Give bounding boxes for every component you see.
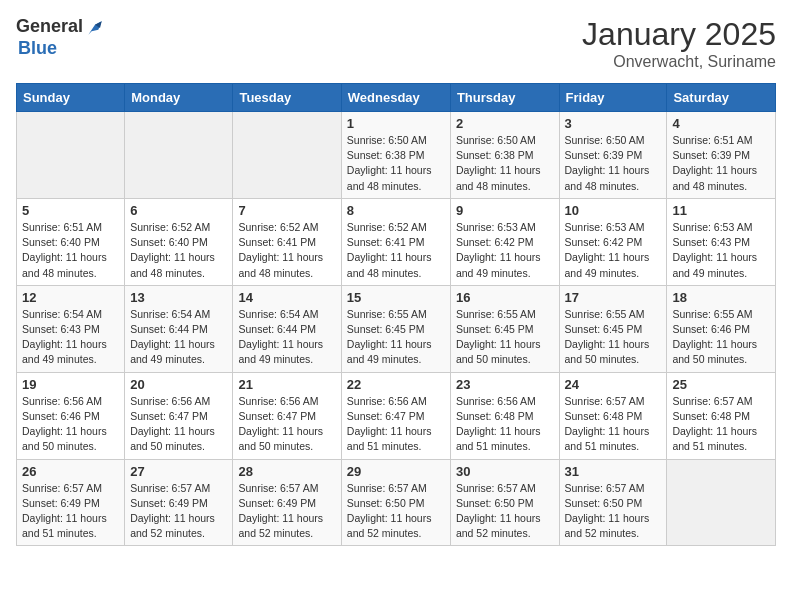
week-row-1: 1Sunrise: 6:50 AMSunset: 6:38 PMDaylight… (17, 112, 776, 199)
day-number: 26 (22, 464, 119, 479)
week-row-3: 12Sunrise: 6:54 AMSunset: 6:43 PMDayligh… (17, 285, 776, 372)
calendar-cell: 17Sunrise: 6:55 AMSunset: 6:45 PMDayligh… (559, 285, 667, 372)
day-info: Sunrise: 6:57 AMSunset: 6:49 PMDaylight:… (130, 481, 227, 542)
day-number: 12 (22, 290, 119, 305)
day-number: 8 (347, 203, 445, 218)
day-info: Sunrise: 6:54 AMSunset: 6:44 PMDaylight:… (238, 307, 335, 368)
calendar-cell: 27Sunrise: 6:57 AMSunset: 6:49 PMDayligh… (125, 459, 233, 546)
day-number: 16 (456, 290, 554, 305)
day-number: 14 (238, 290, 335, 305)
day-number: 15 (347, 290, 445, 305)
day-info: Sunrise: 6:54 AMSunset: 6:43 PMDaylight:… (22, 307, 119, 368)
day-number: 1 (347, 116, 445, 131)
weekday-header-saturday: Saturday (667, 84, 776, 112)
day-info: Sunrise: 6:56 AMSunset: 6:47 PMDaylight:… (238, 394, 335, 455)
day-number: 20 (130, 377, 227, 392)
page-header: General Blue January 2025 Onverwacht, Su… (16, 16, 776, 71)
calendar-cell: 19Sunrise: 6:56 AMSunset: 6:46 PMDayligh… (17, 372, 125, 459)
day-number: 31 (565, 464, 662, 479)
week-row-4: 19Sunrise: 6:56 AMSunset: 6:46 PMDayligh… (17, 372, 776, 459)
day-number: 17 (565, 290, 662, 305)
calendar-cell: 30Sunrise: 6:57 AMSunset: 6:50 PMDayligh… (450, 459, 559, 546)
day-number: 30 (456, 464, 554, 479)
day-info: Sunrise: 6:52 AMSunset: 6:41 PMDaylight:… (238, 220, 335, 281)
week-row-2: 5Sunrise: 6:51 AMSunset: 6:40 PMDaylight… (17, 198, 776, 285)
calendar-cell: 14Sunrise: 6:54 AMSunset: 6:44 PMDayligh… (233, 285, 341, 372)
day-info: Sunrise: 6:57 AMSunset: 6:48 PMDaylight:… (565, 394, 662, 455)
logo: General Blue (16, 16, 105, 59)
day-info: Sunrise: 6:56 AMSunset: 6:48 PMDaylight:… (456, 394, 554, 455)
day-info: Sunrise: 6:50 AMSunset: 6:39 PMDaylight:… (565, 133, 662, 194)
calendar-cell: 13Sunrise: 6:54 AMSunset: 6:44 PMDayligh… (125, 285, 233, 372)
day-number: 7 (238, 203, 335, 218)
day-info: Sunrise: 6:51 AMSunset: 6:39 PMDaylight:… (672, 133, 770, 194)
day-number: 19 (22, 377, 119, 392)
location-title: Onverwacht, Suriname (582, 53, 776, 71)
calendar-cell: 28Sunrise: 6:57 AMSunset: 6:49 PMDayligh… (233, 459, 341, 546)
calendar-cell (233, 112, 341, 199)
calendar-table: SundayMondayTuesdayWednesdayThursdayFrid… (16, 83, 776, 546)
calendar-cell: 16Sunrise: 6:55 AMSunset: 6:45 PMDayligh… (450, 285, 559, 372)
day-number: 4 (672, 116, 770, 131)
day-info: Sunrise: 6:57 AMSunset: 6:48 PMDaylight:… (672, 394, 770, 455)
day-number: 2 (456, 116, 554, 131)
day-number: 25 (672, 377, 770, 392)
week-row-5: 26Sunrise: 6:57 AMSunset: 6:49 PMDayligh… (17, 459, 776, 546)
calendar-cell: 29Sunrise: 6:57 AMSunset: 6:50 PMDayligh… (341, 459, 450, 546)
day-info: Sunrise: 6:57 AMSunset: 6:50 PMDaylight:… (456, 481, 554, 542)
calendar-cell: 18Sunrise: 6:55 AMSunset: 6:46 PMDayligh… (667, 285, 776, 372)
calendar-cell: 23Sunrise: 6:56 AMSunset: 6:48 PMDayligh… (450, 372, 559, 459)
calendar-cell: 22Sunrise: 6:56 AMSunset: 6:47 PMDayligh… (341, 372, 450, 459)
day-info: Sunrise: 6:50 AMSunset: 6:38 PMDaylight:… (347, 133, 445, 194)
day-info: Sunrise: 6:53 AMSunset: 6:42 PMDaylight:… (565, 220, 662, 281)
day-info: Sunrise: 6:52 AMSunset: 6:41 PMDaylight:… (347, 220, 445, 281)
title-block: January 2025 Onverwacht, Suriname (582, 16, 776, 71)
day-number: 23 (456, 377, 554, 392)
calendar-cell: 11Sunrise: 6:53 AMSunset: 6:43 PMDayligh… (667, 198, 776, 285)
day-number: 29 (347, 464, 445, 479)
month-title: January 2025 (582, 16, 776, 53)
calendar-cell: 31Sunrise: 6:57 AMSunset: 6:50 PMDayligh… (559, 459, 667, 546)
day-number: 24 (565, 377, 662, 392)
weekday-header-friday: Friday (559, 84, 667, 112)
calendar-cell: 8Sunrise: 6:52 AMSunset: 6:41 PMDaylight… (341, 198, 450, 285)
weekday-header-wednesday: Wednesday (341, 84, 450, 112)
day-number: 22 (347, 377, 445, 392)
weekday-header-row: SundayMondayTuesdayWednesdayThursdayFrid… (17, 84, 776, 112)
day-info: Sunrise: 6:51 AMSunset: 6:40 PMDaylight:… (22, 220, 119, 281)
day-info: Sunrise: 6:55 AMSunset: 6:45 PMDaylight:… (347, 307, 445, 368)
calendar-cell: 21Sunrise: 6:56 AMSunset: 6:47 PMDayligh… (233, 372, 341, 459)
day-number: 3 (565, 116, 662, 131)
weekday-header-thursday: Thursday (450, 84, 559, 112)
weekday-header-tuesday: Tuesday (233, 84, 341, 112)
day-info: Sunrise: 6:56 AMSunset: 6:46 PMDaylight:… (22, 394, 119, 455)
day-info: Sunrise: 6:53 AMSunset: 6:42 PMDaylight:… (456, 220, 554, 281)
day-info: Sunrise: 6:54 AMSunset: 6:44 PMDaylight:… (130, 307, 227, 368)
calendar-cell: 5Sunrise: 6:51 AMSunset: 6:40 PMDaylight… (17, 198, 125, 285)
day-info: Sunrise: 6:56 AMSunset: 6:47 PMDaylight:… (347, 394, 445, 455)
calendar-cell: 20Sunrise: 6:56 AMSunset: 6:47 PMDayligh… (125, 372, 233, 459)
weekday-header-sunday: Sunday (17, 84, 125, 112)
day-number: 13 (130, 290, 227, 305)
day-info: Sunrise: 6:52 AMSunset: 6:40 PMDaylight:… (130, 220, 227, 281)
calendar-cell: 7Sunrise: 6:52 AMSunset: 6:41 PMDaylight… (233, 198, 341, 285)
day-number: 28 (238, 464, 335, 479)
day-number: 9 (456, 203, 554, 218)
day-info: Sunrise: 6:55 AMSunset: 6:46 PMDaylight:… (672, 307, 770, 368)
calendar-cell: 12Sunrise: 6:54 AMSunset: 6:43 PMDayligh… (17, 285, 125, 372)
calendar-cell: 6Sunrise: 6:52 AMSunset: 6:40 PMDaylight… (125, 198, 233, 285)
calendar-cell: 4Sunrise: 6:51 AMSunset: 6:39 PMDaylight… (667, 112, 776, 199)
calendar-cell: 2Sunrise: 6:50 AMSunset: 6:38 PMDaylight… (450, 112, 559, 199)
day-number: 5 (22, 203, 119, 218)
calendar-cell: 24Sunrise: 6:57 AMSunset: 6:48 PMDayligh… (559, 372, 667, 459)
day-number: 18 (672, 290, 770, 305)
day-info: Sunrise: 6:56 AMSunset: 6:47 PMDaylight:… (130, 394, 227, 455)
day-info: Sunrise: 6:57 AMSunset: 6:49 PMDaylight:… (238, 481, 335, 542)
day-number: 11 (672, 203, 770, 218)
day-number: 21 (238, 377, 335, 392)
calendar-cell: 10Sunrise: 6:53 AMSunset: 6:42 PMDayligh… (559, 198, 667, 285)
calendar-cell: 25Sunrise: 6:57 AMSunset: 6:48 PMDayligh… (667, 372, 776, 459)
day-info: Sunrise: 6:57 AMSunset: 6:50 PMDaylight:… (565, 481, 662, 542)
weekday-header-monday: Monday (125, 84, 233, 112)
day-info: Sunrise: 6:57 AMSunset: 6:50 PMDaylight:… (347, 481, 445, 542)
